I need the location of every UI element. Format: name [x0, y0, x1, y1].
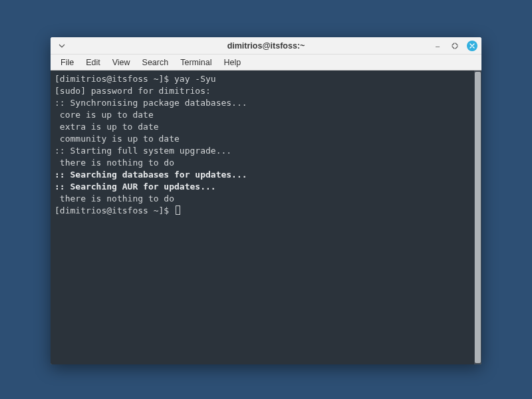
menu-file[interactable]: File — [55, 56, 80, 69]
menu-edit[interactable]: Edit — [80, 56, 106, 69]
menu-search[interactable]: Search — [136, 56, 175, 69]
close-button[interactable] — [467, 41, 477, 51]
menu-help[interactable]: Help — [217, 56, 247, 69]
terminal-line: :: Searching AUR for updates... — [55, 181, 470, 193]
titlebar[interactable]: dimitrios@itsfoss:~ – — [51, 37, 481, 55]
app-menu-icon[interactable] — [55, 42, 69, 50]
terminal-line: :: Searching databases for updates... — [55, 169, 470, 181]
minimize-button[interactable]: – — [432, 41, 443, 51]
menu-terminal[interactable]: Terminal — [174, 56, 217, 69]
scroll-thumb[interactable] — [475, 72, 481, 363]
prompt-text: [dimitrios@itsfoss ~]$ — [55, 205, 174, 215]
window-controls: – — [432, 41, 477, 51]
menubar: File Edit View Search Terminal Help — [51, 55, 481, 70]
terminal-prompt[interactable]: [dimitrios@itsfoss ~]$ — [55, 205, 470, 217]
terminal-line: [sudo] password for dimitrios: — [55, 85, 470, 97]
terminal-line: :: Synchronising package databases... — [55, 97, 470, 109]
terminal-line: there is nothing to do — [55, 157, 470, 169]
terminal-area: [dimitrios@itsfoss ~]$ yay -Syu[sudo] pa… — [51, 70, 481, 364]
terminal-line: core is up to date — [55, 109, 470, 121]
terminal-line: extra is up to date — [55, 121, 470, 133]
window-title: dimitrios@itsfoss:~ — [51, 41, 481, 51]
terminal-window: dimitrios@itsfoss:~ – File Edit View Sea… — [51, 37, 481, 364]
scrollbar[interactable] — [474, 70, 481, 364]
terminal-line: :: Starting full system upgrade... — [55, 145, 470, 157]
terminal-line: community is up to date — [55, 133, 470, 145]
terminal-line: there is nothing to do — [55, 193, 470, 205]
menu-view[interactable]: View — [106, 56, 136, 69]
terminal-output[interactable]: [dimitrios@itsfoss ~]$ yay -Syu[sudo] pa… — [51, 70, 474, 364]
terminal-line: [dimitrios@itsfoss ~]$ yay -Syu — [55, 73, 470, 85]
maximize-button[interactable] — [450, 41, 460, 51]
cursor — [176, 205, 180, 215]
